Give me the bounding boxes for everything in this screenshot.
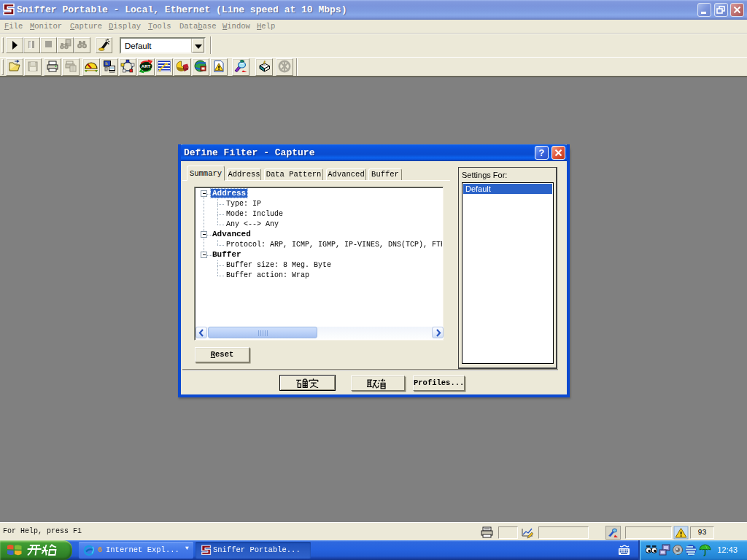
svg-text:ART: ART xyxy=(142,64,151,69)
